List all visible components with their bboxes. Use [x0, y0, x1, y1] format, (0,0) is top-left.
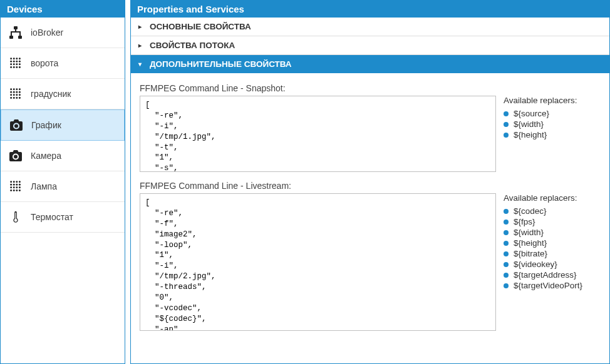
bullet-icon: [504, 283, 509, 288]
svg-point-19: [10, 88, 12, 90]
bullet-icon: [504, 122, 509, 127]
snapshot-replacers-list: ${source}${width}${height}: [504, 109, 601, 139]
svg-point-48: [13, 190, 15, 191]
svg-point-20: [13, 88, 15, 90]
accordion-label: ОСНОВНЫЕ СВОЙСТВА: [150, 22, 251, 31]
svg-point-34: [19, 97, 21, 99]
svg-rect-1: [9, 36, 13, 39]
svg-point-39: [10, 184, 12, 186]
device-item[interactable]: Лампа: [1, 171, 125, 202]
device-item[interactable]: градусник: [1, 79, 125, 109]
device-item-label: градусник: [31, 89, 71, 99]
svg-point-44: [13, 186, 15, 188]
svg-point-49: [16, 190, 18, 191]
svg-point-14: [19, 63, 21, 65]
accordion-header-stream[interactable]: ▸ СВОЙСТВА ПОТОКА: [131, 36, 609, 54]
replacer-text: ${height}: [514, 238, 547, 248]
svg-point-4: [13, 58, 15, 59]
properties-panel: Properties and Services ▸ ОСНОВНЫЕ СВОЙС…: [130, 0, 610, 364]
camera-icon: [8, 148, 23, 163]
device-item[interactable]: ioBroker: [1, 18, 125, 48]
replacer-text: ${fps}: [514, 217, 535, 226]
accordion-label: ДОПОЛЬНИТЕЛЬНЫЕ СВОЙСТВА: [150, 59, 292, 69]
device-item-label: ворота: [31, 58, 58, 68]
svg-point-7: [10, 61, 12, 63]
caret-down-icon: ▾: [138, 61, 145, 68]
device-item[interactable]: Камера: [1, 141, 125, 171]
replacer-item: ${height}: [504, 238, 601, 248]
replacer-text: ${width}: [514, 228, 544, 237]
svg-point-47: [10, 190, 12, 191]
device-item[interactable]: ворота: [1, 48, 125, 79]
replacer-text: ${codec}: [514, 206, 547, 216]
devices-panel: Devices ioBrokerворотаградусникГрафикКам…: [0, 0, 125, 364]
livestream-replacers: Available replacers: ${codec}${fps}${wid…: [504, 193, 601, 331]
svg-point-30: [19, 94, 21, 96]
svg-point-5: [16, 58, 18, 59]
svg-point-10: [19, 61, 21, 63]
camera-icon: [9, 118, 24, 133]
accordion: ▸ ОСНОВНЫЕ СВОЙСТВА ▸ СВОЙСТВА ПОТОКА ▾ …: [131, 18, 609, 73]
svg-point-17: [16, 66, 18, 68]
replacer-item: ${targetAddress}: [504, 270, 601, 280]
device-item-label: Камера: [31, 151, 61, 161]
tree-icon: [8, 25, 23, 40]
svg-point-23: [10, 91, 12, 93]
replacers-title: Available replacers:: [504, 193, 601, 203]
replacer-item: ${videokey}: [504, 260, 601, 269]
bullet-icon: [504, 241, 509, 246]
livestream-label: FFMPEG Command Line - Livestream:: [140, 181, 601, 191]
bullet-icon: [504, 133, 509, 138]
svg-point-50: [19, 190, 21, 191]
replacer-item: ${width}: [504, 228, 601, 237]
svg-point-42: [19, 184, 21, 186]
device-item[interactable]: График: [1, 109, 125, 141]
replacer-item: ${fps}: [504, 217, 601, 226]
accordion-body-additional: FFMPEG Command Line - Snapshot: Availabl…: [131, 73, 609, 346]
replacer-text: ${videokey}: [514, 260, 557, 269]
replacer-text: ${targetVideoPort}: [514, 281, 582, 290]
replacer-text: ${width}: [514, 119, 544, 129]
bullet-icon: [504, 220, 509, 225]
svg-point-25: [16, 91, 18, 93]
replacer-item: ${targetVideoPort}: [504, 281, 601, 290]
svg-rect-0: [14, 26, 18, 29]
replacer-item: ${codec}: [504, 206, 601, 216]
svg-point-36: [13, 181, 15, 183]
device-item[interactable]: Термостат: [1, 202, 125, 233]
replacer-item: ${bitrate}: [504, 249, 601, 258]
dots-icon: [8, 86, 23, 101]
replacers-title: Available replacers:: [504, 96, 601, 105]
device-list: ioBrokerворотаградусникГрафикКамераЛампа…: [1, 18, 125, 233]
dots-icon: [8, 179, 23, 194]
replacer-item: ${width}: [504, 119, 601, 129]
replacer-text: ${source}: [514, 109, 549, 118]
caret-right-icon: ▸: [138, 42, 145, 49]
svg-point-11: [10, 63, 12, 65]
svg-point-27: [10, 94, 12, 96]
accordion-header-basic[interactable]: ▸ ОСНОВНЫЕ СВОЙСТВА: [131, 18, 609, 36]
bullet-icon: [504, 262, 509, 267]
svg-rect-2: [18, 36, 22, 39]
accordion-label: СВОЙСТВА ПОТОКА: [150, 41, 235, 50]
device-item-label: Лампа: [31, 181, 57, 191]
svg-point-18: [19, 66, 21, 68]
bullet-icon: [504, 111, 509, 116]
bullet-icon: [504, 251, 509, 256]
svg-point-6: [19, 58, 21, 59]
caret-right-icon: ▸: [138, 23, 145, 30]
svg-point-12: [13, 63, 15, 65]
livestream-textarea[interactable]: [140, 193, 496, 331]
snapshot-textarea[interactable]: [140, 96, 496, 172]
svg-point-22: [19, 88, 21, 90]
svg-point-32: [13, 97, 15, 99]
svg-point-24: [13, 91, 15, 93]
replacer-item: ${height}: [504, 130, 601, 139]
accordion-header-additional[interactable]: ▾ ДОПОЛЬНИТЕЛЬНЫЕ СВОЙСТВА: [131, 54, 609, 73]
svg-point-21: [16, 88, 18, 90]
snapshot-label: FFMPEG Command Line - Snapshot:: [140, 83, 601, 93]
svg-point-38: [19, 181, 21, 183]
svg-point-33: [16, 97, 18, 99]
svg-point-41: [16, 184, 18, 186]
bullet-icon: [504, 230, 509, 235]
